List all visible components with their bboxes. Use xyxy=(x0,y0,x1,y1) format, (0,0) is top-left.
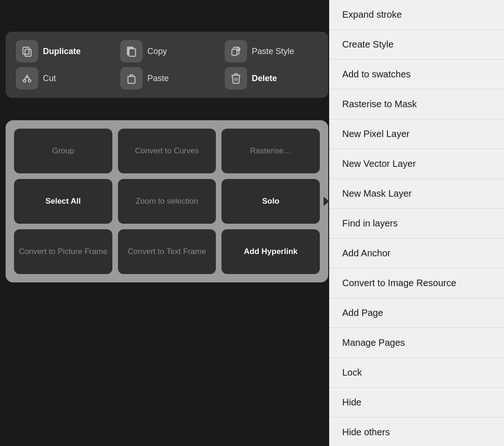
group-label: Group xyxy=(52,146,74,156)
svg-rect-2 xyxy=(129,49,136,56)
cut-button[interactable]: Cut xyxy=(16,67,109,89)
add-hyperlink-button[interactable]: Add Hyperlink xyxy=(221,229,320,274)
list-panel: Expand strokeCreate StyleAdd to swatches… xyxy=(329,0,504,446)
paste-style-button[interactable]: Paste Style xyxy=(225,40,318,62)
menu-item-8[interactable]: Add Anchor xyxy=(329,239,504,268)
paste-icon xyxy=(120,67,143,89)
menu-item-0[interactable]: Expand stroke xyxy=(329,0,504,30)
menu-item-1[interactable]: Create Style xyxy=(329,30,504,60)
delete-button[interactable]: Delete xyxy=(225,67,318,89)
clipboard-row-1: Duplicate Copy Paste Style xyxy=(16,40,318,62)
menu-item-9[interactable]: Convert to Image Resource xyxy=(329,268,504,298)
clipboard-row-2: Cut Paste Delete xyxy=(16,67,318,89)
convert-to-curves-button[interactable]: Convert to Curves xyxy=(118,129,216,173)
menu-item-14[interactable]: Hide others xyxy=(329,418,504,446)
menu-item-6[interactable]: New Mask Layer xyxy=(329,179,504,209)
menu-item-5[interactable]: New Vector Layer xyxy=(329,149,504,179)
select-all-button[interactable]: Select All xyxy=(14,179,112,224)
svg-point-6 xyxy=(28,80,31,82)
rasterise-label: Rasterise… xyxy=(250,146,291,156)
convert-to-text-frame-button[interactable]: Convert to Text Frame xyxy=(118,229,216,274)
svg-rect-7 xyxy=(128,76,135,83)
paste-style-icon xyxy=(225,40,247,62)
delete-label: Delete xyxy=(252,74,277,83)
svg-point-5 xyxy=(23,80,26,82)
menu-item-11[interactable]: Manage Pages xyxy=(329,328,504,358)
rasterise-button[interactable]: Rasterise… xyxy=(221,129,320,173)
cut-icon xyxy=(16,67,38,89)
duplicate-label: Duplicate xyxy=(43,47,81,56)
group-button[interactable]: Group xyxy=(14,129,112,173)
menu-item-2[interactable]: Add to swatches xyxy=(329,60,504,89)
convert-to-picture-frame-label: Convert to Picture Frame xyxy=(19,247,107,257)
svg-rect-1 xyxy=(23,47,29,54)
convert-to-text-frame-label: Convert to Text Frame xyxy=(128,247,206,257)
paste-button[interactable]: Paste xyxy=(120,67,214,89)
menu-item-13[interactable]: Hide xyxy=(329,388,504,418)
copy-label: Copy xyxy=(147,47,167,56)
solo-button[interactable]: Solo xyxy=(221,179,320,224)
zoom-to-selection-button[interactable]: Zoom to selection xyxy=(118,179,216,224)
zoom-to-selection-label: Zoom to selection xyxy=(136,196,198,206)
copy-button[interactable]: Copy xyxy=(120,40,214,62)
convert-to-curves-label: Convert to Curves xyxy=(135,146,199,156)
add-hyperlink-label: Add Hyperlink xyxy=(244,247,297,257)
delete-icon xyxy=(225,67,247,89)
paste-style-label: Paste Style xyxy=(252,47,294,56)
grid-panel: Group Convert to Curves Rasterise… Selec… xyxy=(6,120,328,282)
menu-item-12[interactable]: Lock xyxy=(329,358,504,388)
menu-item-3[interactable]: Rasterise to Mask xyxy=(329,89,504,119)
convert-to-picture-frame-button[interactable]: Convert to Picture Frame xyxy=(14,229,112,274)
copy-icon xyxy=(120,40,143,62)
select-all-label: Select All xyxy=(45,196,81,206)
menu-item-7[interactable]: Find in layers xyxy=(329,209,504,239)
cut-label: Cut xyxy=(43,74,56,83)
paste-label: Paste xyxy=(147,74,169,83)
solo-label: Solo xyxy=(262,196,279,206)
clipboard-panel: Duplicate Copy Paste Style Cut xyxy=(6,32,328,98)
duplicate-icon xyxy=(16,40,38,62)
svg-rect-3 xyxy=(232,49,237,55)
svg-rect-0 xyxy=(25,49,31,56)
duplicate-button[interactable]: Duplicate xyxy=(16,40,109,62)
menu-item-10[interactable]: Add Page xyxy=(329,298,504,328)
menu-item-4[interactable]: New Pixel Layer xyxy=(329,119,504,149)
